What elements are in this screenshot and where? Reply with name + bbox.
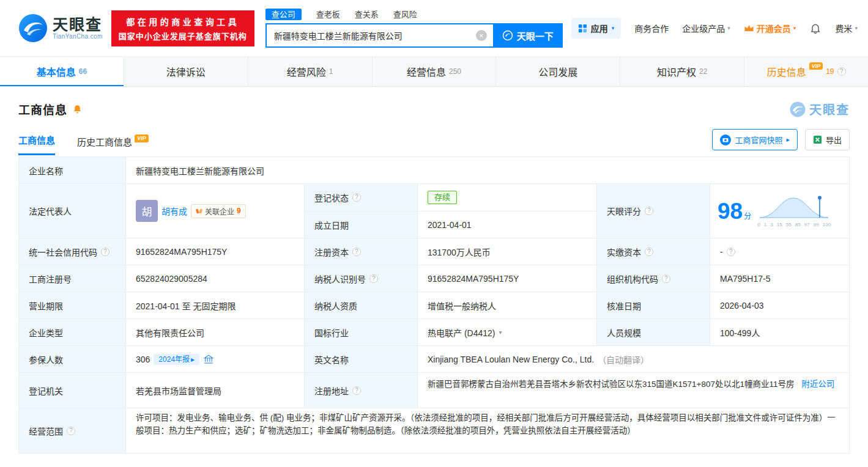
- english-name: Xinjiang TBEA Loulan New Energy Co., Ltd…: [428, 355, 594, 364]
- field-label-approval-date: 核准日期: [597, 292, 710, 319]
- score-axis-ticks: 0 1 3 15 55 85 97 99 100: [757, 222, 831, 227]
- establish-date: 2021-04-01: [428, 220, 472, 230]
- field-label-business-scope: 经营范围 ?: [19, 408, 126, 454]
- score-tick: 100: [823, 222, 831, 227]
- banner-line2: 国家中小企业发展子基金旗下机构: [119, 30, 247, 42]
- subtab-business-info[interactable]: 工商信息: [18, 133, 55, 155]
- reg-capital: 131700万人民币: [428, 246, 491, 258]
- nav-user-menu[interactable]: 费米 ▾: [835, 22, 858, 34]
- official-snapshot-button[interactable]: 工商官网快照 ▸: [712, 129, 798, 150]
- chevron-down-icon: ▾: [855, 25, 858, 31]
- subtab-history-business-info[interactable]: 历史工商信息 VIP: [77, 135, 149, 155]
- reg-address: 新疆巴音郭楞蒙古自治州若羌县吾塔木乡新农村试验区以东315国道K1571+807…: [428, 380, 795, 389]
- help-icon[interactable]: ?: [645, 248, 653, 256]
- org-code: MA795H17-5: [720, 274, 771, 284]
- nav-open-vip[interactable]: 开通会员 ▾: [744, 22, 796, 34]
- search-tab-boss[interactable]: 查老板: [316, 10, 340, 18]
- tab-operating-risk[interactable]: 经营风险 1: [248, 57, 373, 86]
- site-header: 天眼查 TianYanCha.com 都在用的商业查询工具 国家中小企业发展子基…: [0, 0, 868, 56]
- help-icon[interactable]: ?: [352, 193, 361, 202]
- related-companies-tag[interactable]: 关联企业 9: [191, 204, 246, 218]
- label-text: 天眼评分: [607, 205, 641, 217]
- label-text: 经营范围: [29, 425, 63, 437]
- help-icon[interactable]: ?: [837, 67, 846, 76]
- help-icon[interactable]: ?: [352, 248, 361, 256]
- credit-code: 91652824MA795H175Y: [136, 247, 227, 257]
- tab-operating-info[interactable]: 经营信息 250: [373, 57, 497, 86]
- social-security-bank-icon[interactable]: [203, 354, 214, 365]
- tab-history-info[interactable]: 历史信息 VIP 19 ?: [744, 57, 868, 86]
- industry-dropdown-icon[interactable]: ▾: [499, 329, 502, 336]
- help-icon[interactable]: ?: [352, 386, 361, 395]
- field-value-tianyan-score: 98分 0 1 3 15 55 85 97 99 100: [710, 184, 850, 238]
- brand-name: 天眼查: [53, 17, 103, 34]
- subtab-row: 工商信息 历史工商信息 VIP 工商官网快照 ▸ 导出: [18, 129, 850, 155]
- tianyan-score: 98分: [718, 200, 751, 222]
- brand-domain: TianYanCha.com: [53, 33, 103, 40]
- tab-basic-info[interactable]: 基本信息 66: [0, 57, 124, 86]
- section-title: 工商信息: [18, 101, 67, 117]
- tab-count: 250: [449, 67, 461, 76]
- field-value-reg-address: 新疆巴音郭楞蒙古自治州若羌县吾塔木乡新农村试验区以东315国道K1571+807…: [418, 373, 850, 408]
- search-tab-company[interactable]: 查公司: [265, 9, 302, 20]
- field-label-english-name: 英文名称: [305, 346, 418, 373]
- field-value-credit-code: 91652824MA795H175Y: [126, 238, 305, 265]
- nearby-companies-link[interactable]: 附近公司: [801, 380, 834, 389]
- nav-apps[interactable]: 应用 ▾: [571, 18, 621, 39]
- search-button-label: 天眼一下: [517, 29, 554, 42]
- tab-intellectual-property[interactable]: 知识产权 22: [620, 57, 744, 86]
- help-icon[interactable]: ?: [645, 207, 653, 215]
- subscribe-bell-icon[interactable]: [72, 104, 83, 114]
- nav-enterprise-products[interactable]: 企业级产品 ▾: [682, 22, 730, 34]
- help-icon[interactable]: ?: [727, 248, 735, 256]
- label-text: 国标行业: [314, 326, 349, 339]
- search-tabs: 查公司 查老板 查关系 查风险: [265, 9, 563, 20]
- legal-rep-name-link[interactable]: 胡有成: [161, 205, 187, 217]
- clear-search-icon[interactable]: ×: [476, 30, 487, 41]
- notification-bell-icon[interactable]: [809, 22, 822, 34]
- score-curve: [757, 194, 831, 220]
- tianyancha-logo[interactable]: 天眼查 TianYanCha.com: [18, 13, 103, 43]
- reg-number: 652824029005284: [136, 274, 207, 284]
- field-value-org-code: MA795H17-5: [710, 265, 850, 292]
- company-type: 其他有限责任公司: [136, 326, 204, 339]
- search-input[interactable]: [265, 23, 493, 48]
- score-tick: 3: [770, 222, 773, 227]
- excel-export-icon: [813, 135, 822, 144]
- taxpayer-id: 91652824MA795H175Y: [428, 274, 519, 284]
- tab-count: 1: [329, 67, 333, 76]
- tab-label: 经营信息: [407, 64, 446, 79]
- label-text: 企业类型: [29, 326, 63, 339]
- help-icon[interactable]: ?: [67, 427, 75, 435]
- apps-grid-icon: [578, 24, 587, 33]
- search-button[interactable]: 天眼一下: [493, 23, 563, 48]
- nav-cooperation[interactable]: 商务合作: [634, 22, 669, 34]
- related-companies-label: 关联企业: [205, 206, 234, 216]
- field-label-reg-authority: 登记机关: [19, 373, 126, 408]
- field-value-legal-rep: 胡 胡有成 关联企业 9: [126, 184, 305, 238]
- field-label-reg-capital: 注册资本 ?: [305, 238, 418, 265]
- legal-rep-avatar[interactable]: 胡: [136, 200, 158, 222]
- subtab-label: 历史工商信息: [77, 137, 132, 147]
- firecracker-icon: [196, 208, 202, 215]
- search-tab-relation[interactable]: 查关系: [355, 10, 379, 18]
- annual-report-badge[interactable]: 2024年报 ▸: [154, 354, 199, 365]
- tab-company-development[interactable]: 公司发展: [496, 57, 620, 86]
- export-button[interactable]: 导出: [805, 129, 850, 150]
- field-label-company-type: 企业类型: [19, 319, 126, 346]
- label-text: 人员规模: [607, 326, 641, 339]
- field-value-reg-capital: 131700万人民币: [418, 238, 597, 265]
- tab-legal-proceedings[interactable]: 法律诉讼: [124, 57, 248, 86]
- search-tab-risk[interactable]: 查风险: [393, 10, 417, 18]
- field-label-industry: 国标行业: [305, 319, 418, 346]
- main-content: 工商信息 天眼查 工商信息 历史工商信息 VIP: [0, 87, 868, 454]
- help-icon[interactable]: ?: [101, 248, 109, 256]
- help-icon[interactable]: ?: [662, 274, 670, 283]
- crown-icon: [744, 24, 754, 32]
- taxpayer-quality: 增值税一般纳税人: [428, 300, 496, 312]
- help-icon[interactable]: ?: [369, 274, 378, 283]
- banner-line1: 都在用的商业查询工具: [119, 15, 247, 28]
- label-text: 组织机构代码: [607, 273, 658, 285]
- snapshot-button-label: 工商官网快照: [735, 134, 782, 145]
- tab-label: 基本信息: [37, 64, 76, 79]
